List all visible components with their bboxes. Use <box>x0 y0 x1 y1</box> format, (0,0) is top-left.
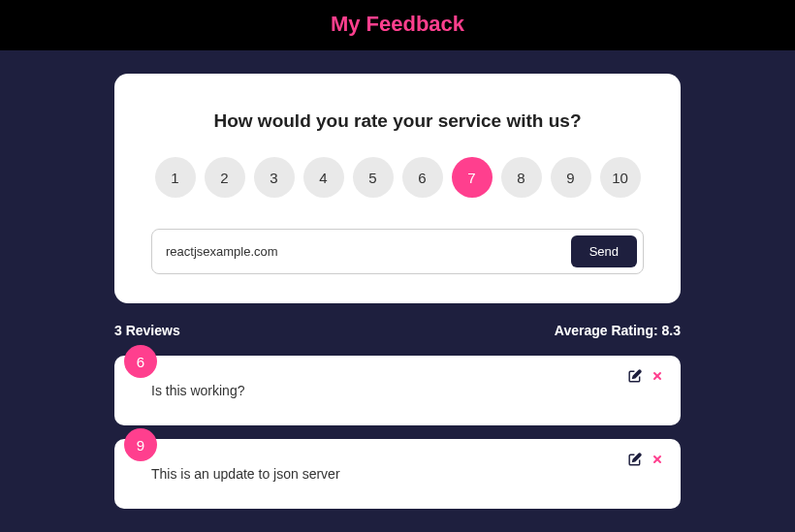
average-rating: Average Rating: 8.3 <box>555 323 681 338</box>
review-card: 9 This is an update to json server <box>114 439 681 509</box>
edit-icon <box>628 453 642 469</box>
edit-button[interactable] <box>626 451 644 471</box>
rating-3-button[interactable]: 3 <box>254 157 295 198</box>
rating-2-button[interactable]: 2 <box>205 157 245 198</box>
input-row: Send <box>151 229 644 274</box>
rating-7-button[interactable]: 7 <box>452 157 493 198</box>
rating-6-button[interactable]: 6 <box>402 157 443 198</box>
stats-row: 3 Reviews Average Rating: 8.3 <box>114 323 681 338</box>
review-card: 6 Is this working? <box>114 356 681 425</box>
review-text: This is an update to json server <box>151 466 644 482</box>
send-button[interactable]: Send <box>571 235 637 267</box>
rating-9-button[interactable]: 9 <box>551 157 591 198</box>
review-rating-badge: 9 <box>124 428 157 461</box>
header: My Feedback <box>0 0 795 50</box>
feedback-form-card: How would you rate your service with us?… <box>114 74 681 303</box>
edit-button[interactable] <box>626 367 644 388</box>
reviews-count: 3 Reviews <box>114 323 180 338</box>
delete-button[interactable] <box>650 367 665 388</box>
close-icon <box>652 370 663 385</box>
review-text: Is this working? <box>151 383 644 398</box>
rating-10-button[interactable]: 10 <box>600 157 641 198</box>
review-input[interactable] <box>166 244 571 259</box>
review-rating-badge: 6 <box>124 345 157 378</box>
rating-question: How would you rate your service with us? <box>151 110 644 132</box>
app-title: My Feedback <box>0 12 795 37</box>
close-icon <box>652 454 663 468</box>
edit-icon <box>628 369 642 386</box>
delete-button[interactable] <box>650 451 665 471</box>
rating-4-button[interactable]: 4 <box>303 157 344 198</box>
rating-5-button[interactable]: 5 <box>353 157 394 198</box>
rating-1-button[interactable]: 1 <box>155 157 196 198</box>
rating-group: 1 2 3 4 5 6 7 8 9 10 <box>151 157 644 198</box>
rating-8-button[interactable]: 8 <box>501 157 542 198</box>
